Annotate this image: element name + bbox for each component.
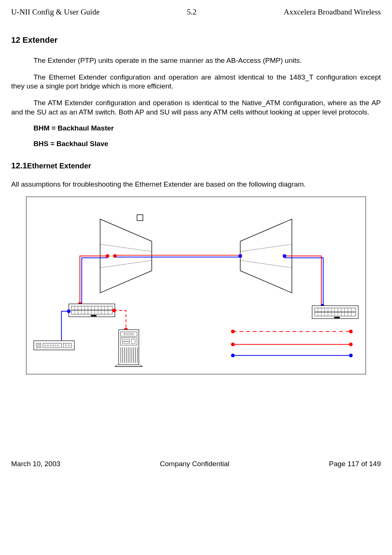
page-header: U-NII Config & User Guide 5.2 Axxcelera … bbox=[11, 7, 381, 17]
svg-rect-36 bbox=[91, 315, 96, 316]
svg-rect-87 bbox=[122, 342, 130, 344]
paragraph-1: The Extender (PTP) units operate in the … bbox=[11, 56, 381, 65]
svg-point-7 bbox=[113, 254, 117, 258]
subsection-number: 12.1 bbox=[11, 161, 27, 170]
svg-point-9 bbox=[106, 254, 109, 258]
section-heading: 12 Extender bbox=[11, 35, 381, 45]
svg-rect-88 bbox=[132, 339, 135, 344]
right-switch-icon bbox=[312, 306, 358, 319]
svg-point-102 bbox=[231, 330, 235, 333]
svg-line-101 bbox=[139, 365, 142, 367]
svg-rect-39 bbox=[312, 306, 358, 319]
definition-bhs: BHS = Backhaul Slave bbox=[33, 140, 381, 148]
definition-bhm: BHM = Backhaul Master bbox=[33, 124, 381, 132]
svg-rect-12 bbox=[71, 306, 112, 310]
svg-point-80 bbox=[112, 309, 116, 312]
ethernet-extender-diagram bbox=[26, 197, 366, 374]
footer-right: Page 117 of 149 bbox=[329, 460, 381, 468]
header-right: Axxcelera Broadband Wireless bbox=[284, 7, 381, 17]
header-center: 5.2 bbox=[187, 7, 196, 17]
paragraph-3: The ATM Extender configuration and opera… bbox=[11, 99, 381, 117]
left-switch-to-router-blue bbox=[47, 311, 69, 342]
network-diagram-svg bbox=[26, 197, 366, 374]
svg-rect-11 bbox=[69, 304, 115, 317]
section-number: 12 bbox=[11, 35, 20, 45]
svg-point-65 bbox=[67, 309, 71, 313]
svg-rect-64 bbox=[334, 317, 340, 318]
paragraph-2: The Ethernet Extender configuration and … bbox=[11, 73, 381, 91]
svg-rect-40 bbox=[315, 308, 356, 312]
subsection-heading: 12.1Ethernet Extender bbox=[11, 161, 381, 171]
computer-tower-icon bbox=[115, 330, 142, 367]
router-icon bbox=[34, 341, 74, 350]
footer-left: March 10, 2003 bbox=[11, 460, 60, 468]
diagram-caption: All assumptions for troubleshooting the … bbox=[11, 180, 381, 189]
svg-point-104 bbox=[231, 343, 235, 346]
footer-center: Company Confidential bbox=[160, 460, 229, 468]
page-footer: March 10, 2003 Company Confidential Page… bbox=[11, 460, 381, 468]
header-left: U-NII Config & User Guide bbox=[11, 7, 100, 17]
svg-rect-84 bbox=[124, 333, 134, 335]
svg-point-105 bbox=[349, 343, 353, 346]
svg-point-8 bbox=[238, 254, 242, 258]
svg-point-37 bbox=[283, 254, 286, 258]
legend bbox=[231, 330, 353, 357]
svg-line-100 bbox=[115, 365, 118, 367]
svg-rect-77 bbox=[63, 343, 71, 348]
svg-rect-3 bbox=[137, 215, 143, 221]
section-title: Extender bbox=[23, 35, 58, 45]
svg-point-103 bbox=[349, 330, 353, 333]
svg-rect-41 bbox=[315, 312, 356, 316]
subsection-title: Ethernet Extender bbox=[27, 162, 91, 170]
svg-rect-68 bbox=[36, 343, 41, 348]
left-antenna-icon bbox=[100, 215, 152, 293]
svg-rect-86 bbox=[122, 339, 130, 341]
svg-point-107 bbox=[349, 354, 353, 357]
left-switch-to-pc-dashed bbox=[114, 310, 126, 330]
svg-point-106 bbox=[231, 354, 235, 357]
svg-rect-13 bbox=[71, 310, 112, 314]
left-switch-icon bbox=[69, 304, 115, 317]
